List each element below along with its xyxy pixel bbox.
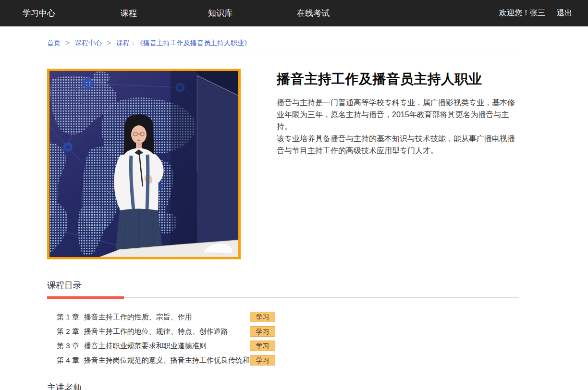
nav-user-area: 欢迎您！张三 退出 — [499, 8, 572, 18]
course-info: 播音主持工作及播音员主持人职业 播音与主持是一门普通高等学校专科专业，属广播影视… — [277, 69, 519, 259]
study-button[interactable]: 学习 — [250, 355, 275, 366]
course-description-line: 该专业培养具备播音与主持的基本知识与技术技能，能从事广播电视播音与节目主持工作的… — [277, 133, 519, 157]
study-button[interactable]: 学习 — [250, 326, 275, 337]
page-container: 首页 > 课程中心 > 课程：《播音主持工作及播音员主持人职业》 — [47, 26, 519, 390]
breadcrumb-current-page: 课程：《播音主持工作及播音员主持人职业》 — [116, 39, 251, 47]
nav-item-courses[interactable]: 课程 — [121, 8, 137, 19]
chapter-number: 第 4 章 — [57, 356, 79, 365]
chapter-list: 第 1 章 播音主持工作的性质、宗旨、作用 学习 第 2 章 播音主持工作的地位… — [47, 310, 519, 367]
breadcrumb: 首页 > 课程中心 > 课程：《播音主持工作及播音员主持人职业》 — [47, 26, 519, 56]
chapter-title: 播音主持职业规范要求和职业道德准则 — [84, 341, 207, 351]
course-title: 播音主持工作及播音员主持人职业 — [277, 72, 519, 87]
chapter-number: 第 3 章 — [57, 341, 79, 351]
chapter-row: 第 3 章 播音主持职业规范要求和职业道德准则 学习 — [47, 339, 519, 353]
chapter-number: 第 2 章 — [57, 327, 79, 336]
breadcrumb-home-link[interactable]: 首页 — [47, 39, 61, 47]
course-description-line: 播音与主持是一门普通高等学校专科专业，属广播影视类专业，基本修业年限为三年，原名… — [277, 97, 519, 133]
breadcrumb-separator: > — [66, 39, 70, 47]
study-button[interactable]: 学习 — [250, 341, 275, 351]
study-button[interactable]: 学习 — [250, 312, 275, 322]
logout-link[interactable]: 退出 — [557, 8, 572, 18]
welcome-text: 欢迎您！张三 — [499, 8, 545, 18]
chapter-title: 播音主持工作的地位、规律、特点、创作道路 — [84, 327, 228, 336]
catalog-heading: 课程目录 — [47, 280, 519, 291]
studio-wall — [197, 71, 238, 257]
chapter-row: 第 4 章 播音主持岗位规范的意义、播音主持工作优良传统和作风 学习 — [47, 353, 519, 367]
course-cover-image — [47, 69, 241, 259]
chapter-number: 第 1 章 — [57, 313, 79, 322]
chapter-title: 播音主持工作的性质、宗旨、作用 — [84, 313, 192, 322]
chapter-row: 第 2 章 播音主持工作的地位、规律、特点、创作道路 学习 — [47, 324, 519, 339]
top-nav: 学习中心 课程 知识库 在线考试 欢迎您！张三 退出 — [0, 0, 588, 26]
course-header: 播音主持工作及播音员主持人职业 播音与主持是一门普通高等学校专科专业，属广播影视… — [47, 69, 519, 259]
teacher-heading: 主讲老师 — [47, 382, 519, 390]
chapter-title: 播音主持岗位规范的意义、播音主持工作优良传统和作风 — [84, 356, 264, 365]
chapter-row: 第 1 章 播音主持工作的性质、宗旨、作用 学习 — [47, 310, 519, 324]
breadcrumb-course-center-link[interactable]: 课程中心 — [75, 39, 102, 47]
section-rule — [47, 296, 519, 299]
nav-item-learning-center[interactable]: 学习中心 — [23, 8, 55, 19]
breadcrumb-separator: > — [107, 39, 111, 47]
nav-item-online-exam[interactable]: 在线考试 — [297, 8, 330, 19]
nav-item-knowledge-base[interactable]: 知识库 — [208, 8, 233, 19]
